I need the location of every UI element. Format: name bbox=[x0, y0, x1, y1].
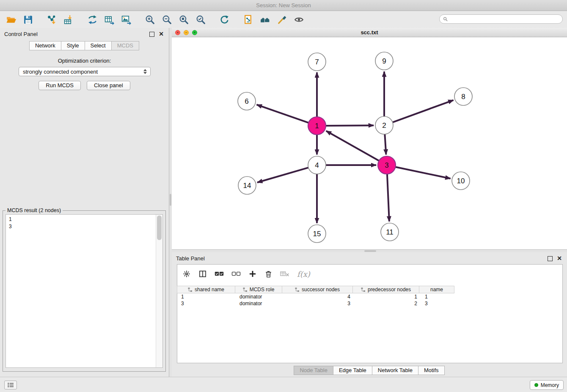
window-zoom-icon[interactable]: + bbox=[192, 30, 197, 35]
import-network-icon bbox=[47, 14, 57, 25]
run-mcds-button[interactable]: Run MCDS bbox=[39, 81, 81, 90]
tab-motifs[interactable]: Motifs bbox=[418, 366, 445, 375]
mcds-result-title: MCDS result (2 nodes) bbox=[6, 207, 63, 213]
refresh-view-button[interactable] bbox=[216, 13, 233, 27]
new-network-button[interactable] bbox=[84, 13, 101, 27]
delete-row-button[interactable] bbox=[264, 270, 272, 278]
close-panel-icon[interactable]: ✕ bbox=[159, 30, 164, 37]
select-all-icon bbox=[215, 271, 224, 277]
save-session-button[interactable] bbox=[19, 13, 36, 27]
graph-node-label: 10 bbox=[457, 177, 465, 185]
graph-edge-2-8[interactable] bbox=[392, 100, 454, 123]
tab-edge-table[interactable]: Edge Table bbox=[333, 366, 372, 375]
graph-edge-3-1[interactable] bbox=[326, 131, 380, 161]
function-builder-button[interactable]: f(x) bbox=[297, 270, 310, 279]
sort-tree-icon bbox=[243, 287, 248, 292]
graph-edge-2-3[interactable] bbox=[385, 133, 386, 155]
memory-button[interactable]: Memory bbox=[530, 380, 564, 390]
float-table-panel-icon[interactable] bbox=[548, 256, 553, 261]
tab-mcds[interactable]: MCDS bbox=[111, 41, 139, 50]
zoom-out-icon bbox=[162, 14, 172, 25]
import-table-button[interactable] bbox=[60, 13, 77, 27]
node-table-view: f(x) shared name MCDS role successor nod… bbox=[177, 264, 563, 363]
share-document-button[interactable] bbox=[239, 13, 256, 27]
double-home-icon bbox=[260, 14, 270, 25]
result-scrollbar[interactable] bbox=[156, 215, 162, 367]
search-box[interactable] bbox=[439, 14, 563, 24]
tab-node-table[interactable]: Node Table bbox=[294, 366, 333, 375]
column-header-shared-name[interactable]: shared name bbox=[177, 286, 235, 293]
split-columns-button[interactable] bbox=[198, 270, 207, 278]
tab-network[interactable]: Network bbox=[29, 41, 61, 50]
network-arrows-icon bbox=[87, 14, 98, 25]
graph-edge-1-2[interactable] bbox=[325, 125, 374, 126]
table-row[interactable]: 3dominator323 bbox=[177, 300, 562, 307]
table-panel-tabs: Node Table Edge Table Network Table Moti… bbox=[172, 366, 567, 375]
tab-style[interactable]: Style bbox=[61, 41, 85, 50]
graph-node-label: 1 bbox=[315, 122, 319, 130]
result-scrollbar-thumb[interactable] bbox=[157, 215, 162, 240]
graph-edge-1-6[interactable] bbox=[257, 105, 309, 123]
show-hide-button[interactable] bbox=[290, 13, 307, 27]
vertical-splitter-grip[interactable] bbox=[170, 194, 171, 206]
import-network-button[interactable] bbox=[43, 13, 60, 27]
window-minimize-icon[interactable]: − bbox=[184, 30, 189, 35]
mcds-result-group: MCDS result (2 nodes) 13 bbox=[3, 207, 166, 372]
export-table-button[interactable] bbox=[101, 13, 118, 27]
table-cell: dominator bbox=[236, 293, 283, 300]
graph-edge-3-10[interactable] bbox=[395, 167, 451, 179]
criterion-dropdown[interactable]: strongly connected component bbox=[19, 67, 151, 76]
export-image-button[interactable] bbox=[118, 13, 135, 27]
network-window-title: scc.txt bbox=[172, 28, 567, 37]
home-layout-button[interactable] bbox=[256, 13, 273, 27]
graph-node-label: 11 bbox=[386, 228, 394, 236]
document-share-icon bbox=[243, 14, 253, 25]
search-input[interactable] bbox=[450, 16, 559, 22]
app-window: Session: New Session bbox=[0, 0, 567, 392]
zoom-selected-button[interactable] bbox=[192, 13, 209, 27]
table-row[interactable]: 1dominator411 bbox=[177, 293, 562, 300]
delete-table-button[interactable] bbox=[280, 271, 289, 277]
mcds-result-lines: 13 bbox=[6, 215, 156, 367]
select-all-button[interactable] bbox=[215, 271, 224, 277]
status-menu-button[interactable] bbox=[4, 381, 17, 389]
open-file-button[interactable] bbox=[3, 13, 19, 27]
network-canvas[interactable]: 7968124314101511 bbox=[172, 37, 566, 249]
zoom-in-button[interactable] bbox=[141, 13, 158, 27]
mcds-result-box: 13 bbox=[6, 214, 163, 368]
control-panel: Control Panel ✕ Network Style Select MCD… bbox=[0, 28, 169, 377]
mcds-result-line: 1 bbox=[9, 216, 153, 223]
close-panel-button[interactable]: Close panel bbox=[87, 81, 130, 90]
list-menu-icon bbox=[8, 383, 14, 387]
column-settings-button[interactable] bbox=[182, 270, 191, 278]
float-panel-icon[interactable] bbox=[149, 32, 154, 37]
zoom-fit-button[interactable] bbox=[175, 13, 192, 27]
graph-node-label: 4 bbox=[315, 161, 319, 169]
eye-icon bbox=[294, 14, 304, 25]
paint-style-button[interactable] bbox=[273, 13, 290, 27]
table-arrow-icon bbox=[104, 14, 115, 25]
table-cell: 3 bbox=[283, 300, 354, 307]
window-title: Session: New Session bbox=[256, 2, 311, 8]
column-header-successor-nodes[interactable]: successor nodes bbox=[282, 286, 353, 293]
optimization-criterion-label: Optimization criterion: bbox=[0, 58, 169, 64]
add-row-button[interactable] bbox=[248, 270, 257, 278]
column-header-predecessor-nodes[interactable]: predecessor nodes bbox=[352, 286, 419, 293]
zoom-out-button[interactable] bbox=[158, 13, 175, 27]
table-panel-title: Table Panel bbox=[176, 255, 205, 262]
mcds-result-line: 3 bbox=[9, 223, 153, 230]
tab-select[interactable]: Select bbox=[85, 41, 112, 50]
column-header-name[interactable]: name bbox=[419, 286, 454, 293]
dropdown-stepper-icon bbox=[142, 69, 149, 74]
main-toolbar bbox=[0, 11, 567, 28]
tab-network-table[interactable]: Network Table bbox=[372, 366, 418, 375]
column-header-mcds-role[interactable]: MCDS role bbox=[235, 286, 282, 293]
window-close-icon[interactable]: × bbox=[175, 30, 180, 35]
graph-node-label: 15 bbox=[313, 230, 321, 238]
search-icon bbox=[443, 17, 448, 22]
graph-edge-3-11[interactable] bbox=[387, 173, 389, 221]
horizontal-splitter-grip[interactable] bbox=[364, 250, 376, 252]
close-table-panel-icon[interactable]: ✕ bbox=[557, 255, 562, 262]
deselect-all-button[interactable] bbox=[231, 271, 241, 277]
graph-edge-4-14[interactable] bbox=[257, 167, 309, 182]
